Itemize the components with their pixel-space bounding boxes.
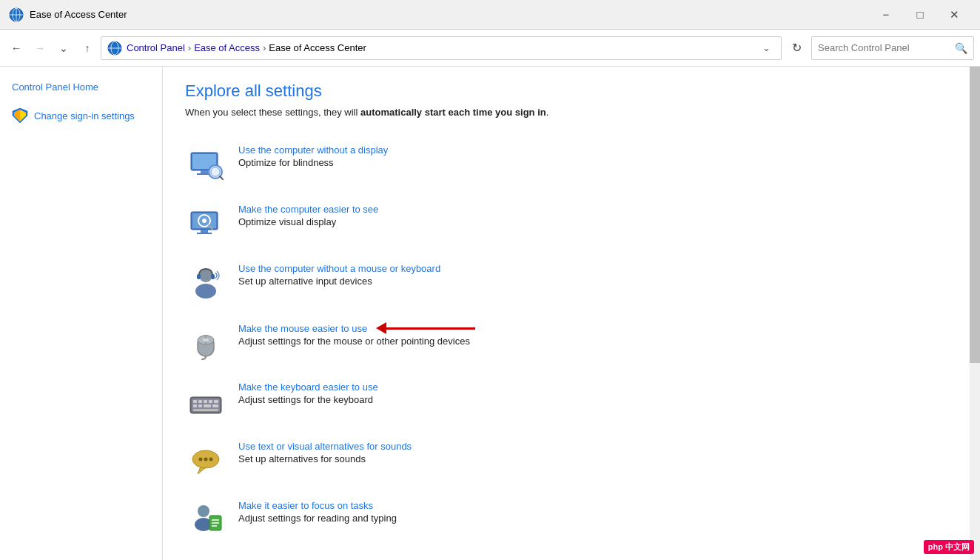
- bc-ease-of-access[interactable]: Ease of Access: [194, 42, 260, 53]
- svg-rect-40: [198, 404, 202, 407]
- sidebar-home-link[interactable]: Control Panel Home: [12, 81, 98, 93]
- window-title: Ease of Access Center: [30, 9, 127, 20]
- easier-mouse-icon: [185, 322, 226, 364]
- svg-rect-20: [197, 233, 212, 234]
- settings-list: Use the computer without a display Optim…: [185, 136, 958, 550]
- bc-control-panel[interactable]: Control Panel: [127, 42, 185, 53]
- easier-keyboard-desc: Adjust settings for the keyboard: [238, 394, 958, 405]
- search-box: 🔍: [811, 36, 974, 60]
- address-dropdown-button[interactable]: ⌄: [757, 37, 775, 59]
- main-layout: Control Panel Home Change sign-in settin…: [0, 67, 980, 560]
- svg-rect-36: [204, 400, 207, 403]
- dropdown-button[interactable]: ⌄: [53, 38, 74, 59]
- address-bar: Control Panel › Ease of Access › Ease of…: [101, 36, 782, 60]
- arrow-line: [386, 327, 475, 330]
- up-button[interactable]: ↑: [77, 38, 98, 59]
- page-title: Explore all settings: [185, 81, 958, 101]
- svg-rect-26: [197, 274, 201, 279]
- focus-tasks-icon: [185, 500, 226, 541]
- forward-button[interactable]: →: [30, 38, 50, 59]
- svg-marker-45: [198, 467, 205, 474]
- list-item: Make the mouse easier to use Adjust sett…: [185, 313, 958, 373]
- arrow-annotation: [376, 322, 475, 334]
- search-input[interactable]: [818, 42, 950, 53]
- easier-to-see-link[interactable]: Make the computer easier to see: [238, 204, 378, 215]
- svg-rect-34: [193, 400, 197, 403]
- svg-rect-35: [198, 400, 202, 403]
- svg-point-47: [204, 458, 208, 461]
- globe-icon: [107, 41, 122, 56]
- svg-rect-39: [193, 404, 197, 407]
- list-item: Make the computer easier to see Optimize…: [185, 195, 958, 254]
- no-mouse-keyboard-icon: [185, 263, 226, 304]
- sidebar: Control Panel Home Change sign-in settin…: [0, 67, 163, 560]
- text-visual-sounds-text: Use text or visual alternatives for soun…: [238, 441, 958, 464]
- svg-rect-41: [204, 404, 211, 407]
- search-icon: 🔍: [955, 42, 967, 54]
- list-item: Make the keyboard easier to use Adjust s…: [185, 373, 958, 432]
- sidebar-change-signin-link[interactable]: Change sign-in settings: [12, 104, 150, 127]
- titlebar: Ease of Access Center − □ ✕: [0, 0, 980, 30]
- bc-current: Ease of Access Center: [269, 42, 366, 53]
- back-button[interactable]: ←: [6, 38, 27, 59]
- no-display-text: Use the computer without a display Optim…: [238, 144, 958, 168]
- list-item: Make it easier to focus on tasks Adjust …: [185, 491, 958, 550]
- easier-keyboard-text: Make the keyboard easier to use Adjust s…: [238, 381, 958, 405]
- titlebar-left: Ease of Access Center: [9, 7, 127, 22]
- svg-rect-37: [209, 400, 212, 403]
- easier-mouse-text: Make the mouse easier to use Adjust sett…: [238, 322, 958, 347]
- sidebar-home-section: Control Panel Home: [12, 81, 150, 93]
- scrollbar-thumb[interactable]: [970, 67, 980, 363]
- svg-point-48: [209, 458, 213, 461]
- maximize-button[interactable]: □: [903, 4, 937, 26]
- no-mouse-keyboard-link[interactable]: Use the computer without a mouse or keyb…: [238, 263, 440, 274]
- svg-point-22: [202, 219, 207, 223]
- scrollbar-track: [970, 67, 980, 560]
- shield-icon: [12, 107, 28, 124]
- svg-rect-31: [203, 339, 209, 341]
- list-item: Use text or visual alternatives for soun…: [185, 432, 958, 491]
- svg-point-15: [211, 167, 220, 176]
- easier-keyboard-link[interactable]: Make the keyboard easier to use: [238, 381, 378, 393]
- text-visual-sounds-desc: Set up alternatives for sounds: [238, 453, 958, 464]
- text-visual-sounds-icon: [185, 441, 226, 482]
- minimize-button[interactable]: −: [869, 4, 903, 26]
- no-display-icon: [185, 144, 226, 186]
- focus-tasks-desc: Adjust settings for reading and typing: [238, 513, 958, 524]
- focus-tasks-text: Make it easier to focus on tasks Adjust …: [238, 500, 958, 524]
- svg-point-46: [199, 458, 203, 461]
- content-area: Explore all settings When you select the…: [163, 67, 980, 560]
- svg-point-49: [198, 505, 209, 517]
- sidebar-change-signin-label: Change sign-in settings: [34, 110, 135, 121]
- no-mouse-keyboard-text: Use the computer without a mouse or keyb…: [238, 263, 958, 287]
- svg-rect-12: [201, 170, 208, 173]
- toolbar: ← → ⌄ ↑ Control Panel › Ease of Access ›…: [0, 30, 980, 67]
- svg-rect-38: [214, 400, 218, 403]
- easier-to-see-icon: [185, 204, 226, 245]
- easier-mouse-link[interactable]: Make the mouse easier to use: [238, 323, 367, 334]
- no-display-desc: Optimize for blindness: [238, 157, 958, 168]
- content-subtitle: When you select these settings, they wil…: [185, 107, 958, 118]
- list-item: Use the computer without a display Optim…: [185, 136, 958, 195]
- text-visual-sounds-link[interactable]: Use text or visual alternatives for soun…: [238, 441, 412, 452]
- window-controls: − □ ✕: [869, 4, 971, 26]
- focus-tasks-link[interactable]: Make it easier to focus on tasks: [238, 500, 373, 511]
- svg-rect-27: [211, 274, 215, 279]
- svg-point-25: [195, 284, 216, 299]
- app-icon: [9, 7, 24, 22]
- no-mouse-keyboard-desc: Set up alternative input devices: [238, 276, 958, 287]
- sidebar-signin-section: Change sign-in settings: [12, 104, 150, 127]
- easier-mouse-desc: Adjust settings for the mouse or other p…: [238, 336, 958, 347]
- php-badge: php 中文网: [924, 540, 974, 554]
- breadcrumb: Control Panel › Ease of Access › Ease of…: [127, 42, 753, 53]
- no-display-link[interactable]: Use the computer without a display: [238, 144, 388, 156]
- svg-rect-42: [212, 404, 218, 407]
- svg-rect-19: [201, 230, 208, 233]
- arrow-head-icon: [376, 322, 386, 334]
- easier-to-see-desc: Optimize visual display: [238, 216, 958, 227]
- close-button[interactable]: ✕: [937, 4, 971, 26]
- svg-rect-43: [193, 409, 218, 411]
- easier-keyboard-icon: [185, 381, 226, 423]
- list-item: Use the computer without a mouse or keyb…: [185, 254, 958, 313]
- refresh-button[interactable]: ↻: [785, 36, 808, 60]
